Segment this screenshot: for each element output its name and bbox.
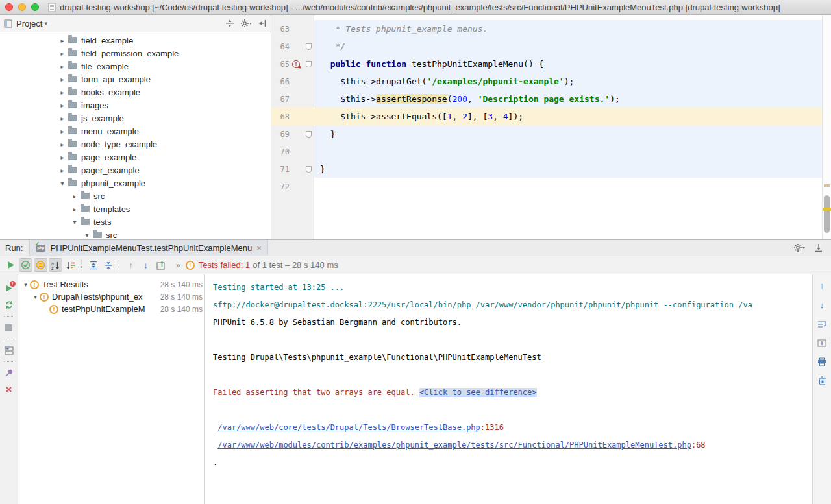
tree-item-node_type_example[interactable]: ▸node_type_example [0, 138, 271, 150]
chevron-right-icon[interactable]: ▸ [58, 141, 67, 148]
tree-item-file_example[interactable]: ▸file_example [0, 60, 271, 73]
rerun-button[interactable] [4, 258, 18, 272]
rerun-failed-tests-button[interactable]: ! [0, 280, 18, 296]
show-ignored-toggle[interactable] [34, 258, 47, 272]
settings-gear-icon[interactable] [793, 243, 805, 252]
scrollbar-thumb[interactable] [824, 195, 830, 233]
chevron-right-icon[interactable]: ▸ [58, 63, 67, 70]
import-test-results-button[interactable] [154, 258, 167, 272]
fold-marker-icon[interactable] [306, 61, 312, 67]
chevron-right-icon[interactable]: ▸ [70, 206, 79, 213]
chevron-right-icon[interactable]: ▸ [58, 128, 67, 135]
chevron-right-icon[interactable]: ▸ [58, 37, 67, 44]
code-line-66[interactable]: 66 $this->drupalGet('/examples/phpunit-e… [271, 73, 823, 90]
previous-failed-test-button[interactable]: ↑ [124, 258, 138, 272]
print-icon[interactable] [817, 357, 826, 366]
chevron-down-icon[interactable]: ▾ [58, 180, 67, 187]
stop-button[interactable] [0, 319, 18, 336]
collapse-all-button[interactable] [101, 258, 115, 272]
fold-marker-icon[interactable] [306, 131, 312, 138]
tree-item-js_example[interactable]: ▸js_example [0, 112, 271, 125]
tree-item-src[interactable]: ▸src [0, 189, 271, 202]
code-line-69[interactable]: 69 } [271, 125, 823, 143]
tree-item-menu_example[interactable]: ▸menu_example [0, 125, 271, 138]
next-occurrence-icon[interactable]: ↓ [820, 300, 825, 310]
code-line-71[interactable]: 71} [271, 160, 823, 178]
code-token: assertResponse [376, 94, 447, 104]
divider-split-icon[interactable] [225, 19, 234, 28]
clear-all-icon[interactable] [818, 376, 826, 385]
minimize-panel-icon[interactable] [814, 243, 823, 252]
close-window-button[interactable] [5, 3, 13, 11]
scroll-to-end-icon[interactable] [817, 339, 826, 348]
chevron-down-icon[interactable]: ▾ [82, 232, 92, 239]
test-console[interactable]: Testing started at 13:25 ...sftp://docke… [205, 274, 812, 504]
tree-item-field_permission_example[interactable]: ▸field_permission_example [0, 47, 271, 60]
failed-test-gutter-icon[interactable]: ! [292, 60, 300, 68]
project-panel: Project ▾ ▸field_example▸field_permissio… [0, 15, 271, 239]
code-line-72[interactable]: 72 [271, 178, 823, 195]
console-link[interactable]: /var/www/web/modules/contrib/examples/ph… [217, 440, 691, 450]
tree-item-images[interactable]: ▸images [0, 99, 271, 112]
fold-marker-icon[interactable] [306, 43, 312, 50]
tree-item-field_example[interactable]: ▸field_example [0, 34, 271, 47]
code-line-63[interactable]: 63 * Tests phpunit_example menus. [271, 20, 823, 38]
chevron-down-icon[interactable]: ▾ [21, 282, 30, 288]
tree-item-templates[interactable]: ▸templates [0, 202, 271, 215]
code-token: 'Description page exists.' [478, 94, 610, 104]
more-toolbar-chevron[interactable]: » [176, 261, 180, 270]
code-line-65[interactable]: 65! public function testPhpUnitExampleMe… [271, 55, 823, 73]
chevron-down-icon[interactable]: ▾ [44, 20, 47, 27]
restore-layout-button[interactable] [0, 342, 18, 359]
chevron-right-icon[interactable]: ▸ [58, 154, 67, 161]
code-line-67[interactable]: 67 $this->assertResponse(200, 'Descripti… [271, 90, 823, 108]
zoom-window-button[interactable] [31, 3, 39, 11]
document-icon [48, 3, 56, 12]
project-panel-title[interactable]: Project [16, 19, 42, 29]
editor-scrollbar[interactable] [822, 15, 831, 239]
tree-item-phpunit_example[interactable]: ▾phpunit_example [0, 176, 271, 189]
chevron-right-icon[interactable]: ▸ [70, 193, 79, 200]
soft-wrap-icon[interactable] [817, 320, 826, 329]
chevron-down-icon[interactable]: ▾ [70, 219, 79, 226]
svg-text:a: a [51, 261, 54, 265]
test-tree-item[interactable]: !testPhpUnitExampleM28 s 140 ms [18, 303, 204, 315]
tree-item-hooks_example[interactable]: ▸hooks_example [0, 86, 271, 99]
chevron-right-icon[interactable]: ▸ [58, 50, 67, 57]
chevron-right-icon[interactable]: ▸ [58, 76, 67, 83]
pin-tab-button[interactable] [0, 365, 18, 381]
next-failed-test-button[interactable]: ↓ [139, 258, 153, 272]
close-tab-icon[interactable]: × [256, 243, 262, 253]
hide-panel-icon[interactable] [258, 19, 267, 28]
settings-gear-icon[interactable] [240, 19, 252, 28]
test-tree-item[interactable]: ▾!Drupal\Tests\phpunit_ex28 s 140 ms [18, 291, 204, 303]
test-tree-item[interactable]: ▾!Test Results28 s 140 ms [18, 278, 204, 291]
console-link[interactable]: <Click to see difference> [419, 388, 537, 397]
chevron-right-icon[interactable]: ▸ [58, 115, 67, 122]
run-tab[interactable]: php✓ PHPUnitExampleMenuTest.testPhpUnitE… [29, 240, 267, 256]
code-line-70[interactable]: 70 [271, 143, 823, 160]
tree-item-pager_example[interactable]: ▸pager_example [0, 163, 271, 176]
code-line-68[interactable]: 68 $this->assertEquals([1, 2], [3, 4]); [271, 108, 823, 125]
close-panel-button[interactable]: × [0, 381, 18, 398]
chevron-down-icon[interactable]: ▾ [31, 294, 40, 300]
chevron-right-icon[interactable]: ▸ [58, 89, 67, 96]
code-line-64[interactable]: 64 */ [271, 38, 823, 55]
sort-alphabetically-toggle[interactable]: az [49, 258, 62, 272]
chevron-right-icon[interactable]: ▸ [58, 167, 67, 174]
tree-item-src[interactable]: ▾src [0, 228, 271, 239]
sort-by-duration-button[interactable] [64, 258, 77, 272]
line-number: 66 [271, 77, 290, 86]
chevron-right-icon[interactable]: ▸ [58, 102, 67, 109]
console-link[interactable]: /var/www/web/core/tests/Drupal/Tests/Bro… [217, 423, 480, 432]
tree-item-form_api_example[interactable]: ▸form_api_example [0, 73, 271, 86]
tree-item-tests[interactable]: ▾tests [0, 215, 271, 228]
fold-marker-icon[interactable] [306, 166, 312, 173]
tree-item-page_example[interactable]: ▸page_example [0, 150, 271, 163]
code-editor[interactable]: 63 * Tests phpunit_example menus.64 */65… [271, 15, 831, 239]
toggle-auto-test-button[interactable] [0, 296, 18, 313]
minimize-window-button[interactable] [18, 3, 26, 11]
prev-occurrence-icon[interactable]: ↑ [820, 281, 825, 291]
show-passed-toggle[interactable] [19, 258, 32, 272]
expand-all-button[interactable] [86, 258, 100, 272]
